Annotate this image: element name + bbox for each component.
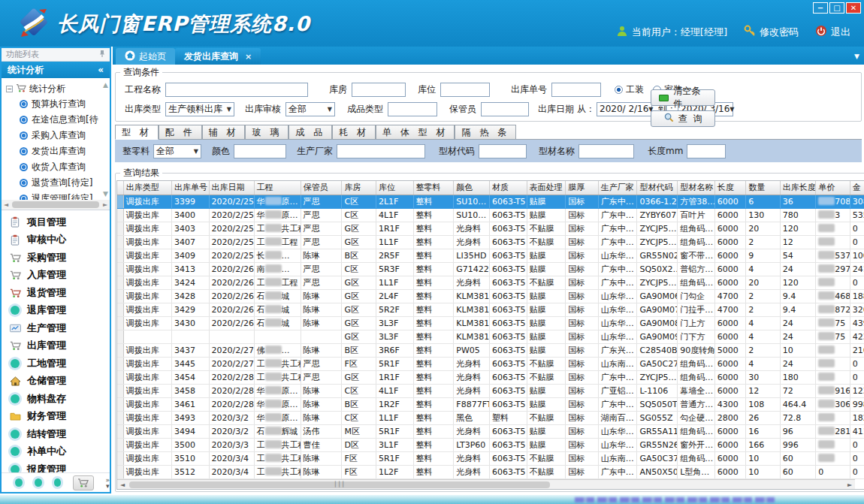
column-header[interactable]: 长度 [714,181,745,195]
cart-module-button[interactable] [73,475,93,490]
warehouse-input[interactable] [352,83,406,97]
scroll-left-icon[interactable]: ◄ [2,201,11,208]
sidebar-item-采购管理[interactable]: 采购管理 [2,249,110,267]
table-row[interactable]: 调拨出库34132020/2/26南…严思C区5R3F整料G714226063-… [117,262,864,276]
table-row[interactable]: 调拨出库34582020/2/28华原…陈琳C区4L1F整料光身料6063-T5… [117,384,864,397]
tree-item[interactable]: 预算执行查询 [6,96,108,112]
project-name-input[interactable] [165,83,308,97]
audit-select[interactable]: 全部▼ [285,102,335,116]
column-header[interactable]: 生产厂家 [598,181,637,195]
column-header[interactable]: 数量 [746,181,781,195]
table-row[interactable]: 调拨出库35002020/3/3工共工程曹佳D区3L1F整料LT3P606063… [117,438,864,451]
table-row[interactable]: 调拨出库35122020/3/4工共工程陈琳F区1L2F整料光身料6063-T5… [117,465,864,478]
horizontal-scrollbar[interactable]: ◄ ┃┃┃ ► [117,479,855,489]
table-row[interactable]: 调拨出库34292020/2/26石城陈琳G区5R2F整料KLM38176063… [117,303,864,316]
table-row[interactable]: 调拨出库34302020/2/26石城陈琳G区3L3F整料KLM38176063… [117,316,864,330]
pin-icon[interactable] [99,50,105,60]
material-tab-7[interactable]: 单 体 型 材 [376,125,455,139]
material-tab-5[interactable]: 成 品 [289,125,332,139]
column-header[interactable]: 保管员 [301,181,342,195]
table-row[interactable]: 调拨出库34372020/2/27佛…陈琳B区3R6F整料PW056063-T5… [117,343,864,357]
hscrollbar-thumb[interactable]: ┃┃┃ [129,481,550,488]
sidebar-item-仓储管理[interactable]: 仓储管理 [2,373,110,391]
column-header[interactable]: 库房 [342,181,376,195]
sidebar-item-审核中心[interactable]: 审核中心 [2,231,110,249]
column-header[interactable]: 工程 [254,181,301,195]
material-tab-4[interactable]: 玻 璃 [245,125,289,139]
whole-piece-select[interactable]: 全部▼ [153,144,201,158]
table-row[interactable]: 调拨出库34032020/2/25工共工程严思G区1R1F整料光身料6063-T… [117,222,864,235]
close-button[interactable]: ✕ [846,2,861,14]
change-password-button[interactable]: 修改密码 [744,25,799,39]
table-row[interactable]: 调拨出库34282020/2/26石城陈琳G区2L4F整料KLM38176063… [117,289,864,303]
manufacturer-input[interactable] [337,144,425,158]
table-row[interactable]: 调拨出库34542020/2/28工共工程严思G区1R1F整料光身料6063-T… [117,370,864,384]
table-row[interactable]: 调拨出库33992020/2/25华原…严思C区2L1F整料SU10…6063-… [117,195,864,208]
collapse-icon[interactable]: « [98,65,104,75]
scroll-right-icon[interactable]: ► [844,481,855,488]
tree-horizontal-scrollbar[interactable]: ◄ ► [2,200,110,210]
column-header[interactable]: 金 [850,181,864,195]
table-row[interactable]: 调拨出库34452020/2/27工共工程严思F区5R1F整料光身料6063-T… [117,357,864,370]
tab-close-icon[interactable]: × [245,52,252,62]
outbound-type-select[interactable]: 生产领料出库▼ [165,102,234,116]
module-dot-icon[interactable] [35,478,42,487]
column-header[interactable]: 颜色 [454,181,490,195]
material-tab-8[interactable]: 隔 热 条 [455,125,516,139]
column-header[interactable]: 表面处理 [527,181,566,195]
sidebar-item-物料盘存[interactable]: 物料盘存 [2,390,110,408]
material-tab-2[interactable]: 配 件 [159,125,202,139]
sidebar-item-项目管理[interactable]: 项目管理 [2,213,110,231]
scroll-right-icon[interactable]: ► [101,201,110,208]
material-tab-3[interactable]: 辅 材 [202,125,246,139]
logout-button[interactable]: 退出 [815,25,850,39]
tree-item[interactable]: 退货查询[待定] [6,175,108,191]
sidebar-item-补单中心[interactable]: 补单中心 [2,443,110,461]
sidebar-item-出库管理[interactable]: 出库管理 [2,337,110,355]
sidebar-item-结转管理[interactable]: 结转管理 [2,425,110,443]
column-header[interactable]: 出库单号 [171,181,209,195]
table-row[interactable]: 调拨出库34612020/2/28华原…陈琳B区1R2F整料F8877FT606… [117,397,864,411]
radio-gongzhuang-label[interactable]: 工装 [626,83,644,96]
tree-item[interactable]: 收货入库查询 [6,159,108,175]
section-header-statistics[interactable]: 统计分析 « [2,62,110,78]
tab-list-caret-icon[interactable]: ▼ [854,53,859,60]
sidebar-item-入库管理[interactable]: 入库管理 [2,267,110,285]
tree-scroll-up-icon[interactable]: ▲ [103,81,108,89]
sidebar-item-退库管理[interactable]: 退库管理 [2,302,110,320]
material-tab-6[interactable]: 耗 材 [332,125,376,139]
table-row[interactable]: 调拨出库35102020/3/4工共工程陈琳F区5R1F整料光身料6063-T5… [117,451,864,465]
minimize-button[interactable]: − [813,2,828,14]
module-dot-icon[interactable] [15,478,23,487]
product-type-input[interactable] [388,102,437,116]
table-row[interactable]: 调拨出库34092020/2/25长…陈琳B区2R5F整料LI35HD6063-… [117,249,864,262]
column-header[interactable]: 型材代码 [637,181,678,195]
material-tab-1[interactable]: 型 材 [115,125,159,140]
column-header[interactable]: 型材名称 [678,181,715,195]
scroll-left-icon[interactable]: ◄ [117,481,128,488]
sidebar-item-工地管理[interactable]: 工地管理 [2,355,110,373]
column-header[interactable]: 单价 [816,181,850,195]
column-header[interactable]: 出库长度 [780,181,816,195]
tree-scroll-down-icon[interactable]: ▼ [103,190,108,198]
tree-expander-icon[interactable]: − [6,86,13,92]
tab-home[interactable]: 起始页 [116,48,175,65]
column-header[interactable]: 出库日期 [209,181,254,195]
table-row[interactable]: G区3L3F整料KLM38176063-T5贴膜国标山东华…GA90M09.门下… [117,330,864,343]
location-input[interactable] [440,83,490,97]
tree-root-statistics[interactable]: − 统计分析 [6,81,108,96]
date-from-picker[interactable]: 2020/ 2/16▼ [597,102,652,116]
column-header[interactable]: 整零料 [413,181,454,195]
maximize-button[interactable]: □ [829,2,844,14]
table-row[interactable]: 调拨出库34002020/2/25华原…严思C区4L1F整料SU10…6063-… [117,208,864,222]
color-input[interactable] [234,144,286,158]
sidebar-item-退货管理[interactable]: 退货管理 [2,284,110,302]
sidebar-item-财务管理[interactable]: 财务管理 [2,408,110,426]
length-input[interactable] [687,144,726,158]
column-header[interactable]: 材质 [489,181,527,195]
table-row[interactable]: 调拨出库34242020/2/26工工程严思G区1L1F整料光身料6063-T5… [117,276,864,289]
clear-conditions-button[interactable]: 清空条件 [651,89,715,106]
order-no-input[interactable] [551,83,601,97]
table-row[interactable]: 调拨出库34072020/2/25工工程严思G区1L1F整料光身料6063-T5… [117,235,864,249]
sidebar-item-生产管理[interactable]: 生产管理 [2,319,110,337]
